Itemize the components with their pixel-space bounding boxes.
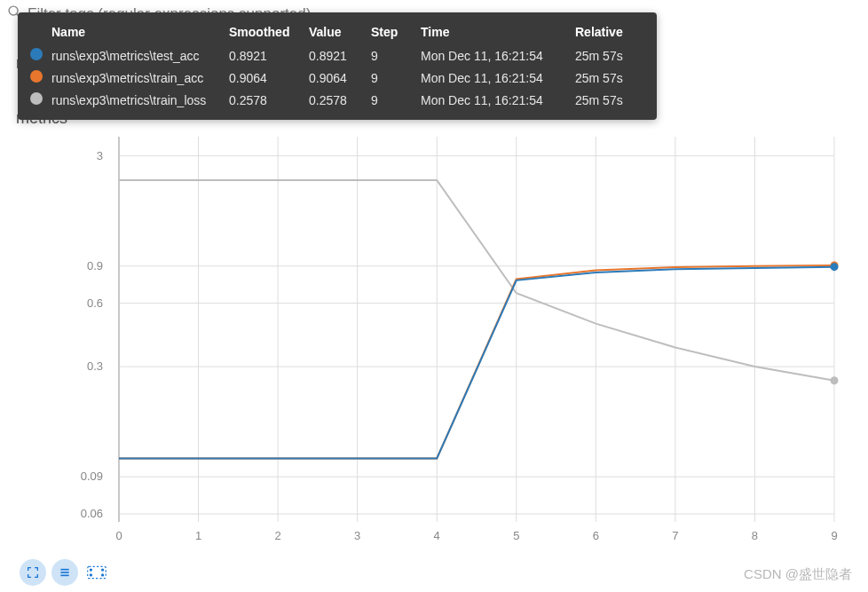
- series-line: [119, 180, 834, 381]
- cell-relative: 25m 57s: [575, 89, 644, 111]
- cell-name: runs\exp3\metrics\train_acc: [51, 67, 229, 89]
- cell-time: Mon Dec 11, 16:21:54: [421, 67, 575, 89]
- cell-value: 0.9064: [309, 67, 371, 89]
- chart-svg: 01234567890.060.090.30.60.93: [18, 126, 852, 561]
- series-swatch: [30, 48, 43, 60]
- svg-point-24: [102, 569, 104, 571]
- y-tick: 3: [97, 149, 103, 162]
- cell-relative: 25m 57s: [575, 44, 644, 67]
- col-step: Step: [371, 21, 421, 44]
- series-swatch: [30, 70, 43, 83]
- cell-name: runs\exp3\metrics\train_loss: [51, 89, 229, 111]
- svg-point-0: [9, 6, 18, 15]
- fullscreen-button[interactable]: [20, 559, 46, 586]
- watermark: CSDN @盛世隐者: [744, 566, 852, 583]
- cell-step: 9: [371, 44, 421, 67]
- col-smoothed: Smoothed: [229, 21, 309, 44]
- svg-rect-22: [88, 566, 107, 578]
- series-line: [119, 267, 834, 459]
- cell-name: runs\exp3\metrics\test_acc: [51, 44, 229, 67]
- y-tick: 0.9: [87, 259, 103, 272]
- list-button[interactable]: [51, 559, 78, 586]
- x-tick: 7: [672, 529, 678, 542]
- x-tick: 6: [593, 529, 599, 542]
- cell-relative: 25m 57s: [575, 67, 644, 89]
- cell-step: 9: [371, 89, 421, 111]
- y-tick: 0.6: [87, 296, 103, 310]
- col-time: Time: [421, 21, 575, 44]
- cell-smoothed: 0.2578: [229, 89, 309, 111]
- cell-step: 9: [371, 67, 421, 89]
- x-tick: 4: [434, 529, 440, 542]
- svg-point-26: [102, 574, 104, 576]
- series-end-marker: [831, 263, 839, 271]
- x-tick: 8: [752, 529, 758, 542]
- cell-value: 0.8921: [309, 44, 371, 67]
- tooltip-row: runs\exp3\metrics\test_acc0.89210.89219M…: [30, 44, 644, 67]
- hover-tooltip: Name Smoothed Value Step Time Relative r…: [18, 12, 657, 120]
- chart[interactable]: 01234567890.060.090.30.60.93: [18, 126, 852, 561]
- series-line: [119, 265, 834, 458]
- chart-toolbar: [20, 559, 110, 586]
- cell-smoothed: 0.9064: [229, 67, 309, 89]
- x-tick: 2: [274, 529, 280, 542]
- tooltip-row: runs\exp3\metrics\train_acc0.90640.90649…: [30, 67, 644, 89]
- cell-smoothed: 0.8921: [229, 44, 309, 67]
- cell-time: Mon Dec 11, 16:21:54: [421, 44, 575, 67]
- series-end-marker: [831, 376, 839, 384]
- tooltip-table: Name Smoothed Value Step Time Relative r…: [30, 21, 644, 111]
- x-tick: 3: [354, 529, 360, 542]
- cell-value: 0.2578: [309, 89, 371, 111]
- y-tick: 0.06: [81, 507, 103, 520]
- y-tick: 0.09: [81, 470, 103, 483]
- svg-point-25: [90, 574, 91, 576]
- svg-point-23: [90, 569, 91, 571]
- col-relative: Relative: [575, 21, 644, 44]
- col-value: Value: [309, 21, 371, 44]
- x-tick: 1: [195, 529, 201, 542]
- series-swatch: [30, 92, 43, 105]
- y-tick: 0.3: [87, 359, 103, 373]
- cell-time: Mon Dec 11, 16:21:54: [421, 89, 575, 111]
- tooltip-row: runs\exp3\metrics\train_loss0.25780.2578…: [30, 89, 644, 111]
- x-tick: 5: [513, 529, 519, 542]
- fit-domain-button[interactable]: [83, 559, 110, 586]
- x-tick: 0: [115, 529, 122, 542]
- col-name: Name: [51, 21, 229, 44]
- x-tick: 9: [831, 529, 837, 542]
